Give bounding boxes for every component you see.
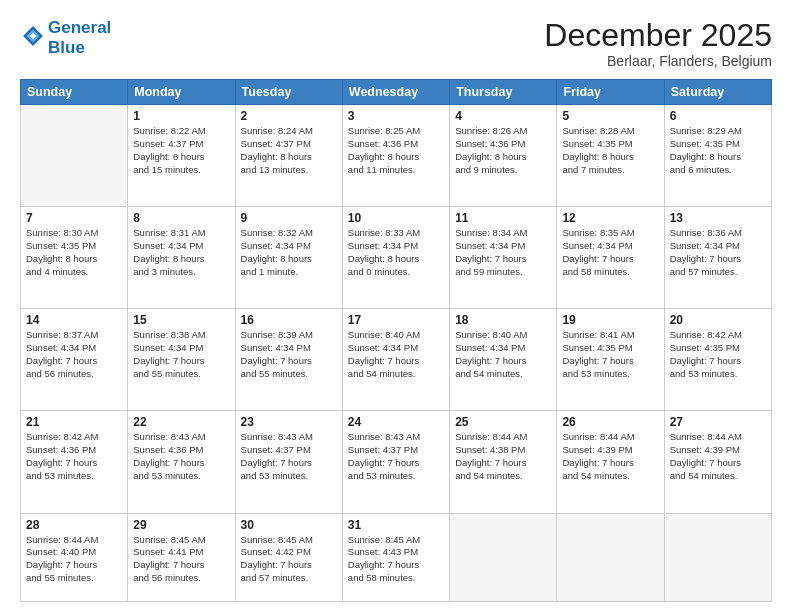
day-info: Sunrise: 8:33 AMSunset: 4:34 PMDaylight:… xyxy=(348,227,444,278)
calendar-day-cell: 13Sunrise: 8:36 AMSunset: 4:34 PMDayligh… xyxy=(664,207,771,309)
day-number: 10 xyxy=(348,211,444,225)
day-number: 28 xyxy=(26,518,122,532)
day-info: Sunrise: 8:40 AMSunset: 4:34 PMDaylight:… xyxy=(348,329,444,380)
calendar-day-header: Monday xyxy=(128,80,235,105)
month-title: December 2025 xyxy=(544,18,772,53)
day-info: Sunrise: 8:45 AMSunset: 4:41 PMDaylight:… xyxy=(133,534,229,585)
calendar-day-cell: 24Sunrise: 8:43 AMSunset: 4:37 PMDayligh… xyxy=(342,411,449,513)
calendar-day-cell xyxy=(450,513,557,602)
day-info: Sunrise: 8:45 AMSunset: 4:42 PMDaylight:… xyxy=(241,534,337,585)
day-info: Sunrise: 8:39 AMSunset: 4:34 PMDaylight:… xyxy=(241,329,337,380)
day-number: 23 xyxy=(241,415,337,429)
calendar-day-cell: 2Sunrise: 8:24 AMSunset: 4:37 PMDaylight… xyxy=(235,105,342,207)
day-info: Sunrise: 8:24 AMSunset: 4:37 PMDaylight:… xyxy=(241,125,337,176)
day-info: Sunrise: 8:32 AMSunset: 4:34 PMDaylight:… xyxy=(241,227,337,278)
calendar-day-header: Wednesday xyxy=(342,80,449,105)
day-info: Sunrise: 8:43 AMSunset: 4:37 PMDaylight:… xyxy=(348,431,444,482)
calendar-day-cell xyxy=(21,105,128,207)
logo-line2: Blue xyxy=(48,38,111,58)
page: General Blue December 2025 Berlaar, Flan… xyxy=(0,0,792,612)
calendar-table: SundayMondayTuesdayWednesdayThursdayFrid… xyxy=(20,79,772,602)
day-info: Sunrise: 8:34 AMSunset: 4:34 PMDaylight:… xyxy=(455,227,551,278)
day-info: Sunrise: 8:44 AMSunset: 4:39 PMDaylight:… xyxy=(670,431,766,482)
calendar-week-row: 28Sunrise: 8:44 AMSunset: 4:40 PMDayligh… xyxy=(21,513,772,602)
calendar-day-header: Saturday xyxy=(664,80,771,105)
logo-line1: General xyxy=(48,18,111,38)
day-number: 16 xyxy=(241,313,337,327)
calendar-day-cell: 4Sunrise: 8:26 AMSunset: 4:36 PMDaylight… xyxy=(450,105,557,207)
day-info: Sunrise: 8:26 AMSunset: 4:36 PMDaylight:… xyxy=(455,125,551,176)
calendar-day-cell: 28Sunrise: 8:44 AMSunset: 4:40 PMDayligh… xyxy=(21,513,128,602)
calendar-day-cell: 31Sunrise: 8:45 AMSunset: 4:43 PMDayligh… xyxy=(342,513,449,602)
day-number: 22 xyxy=(133,415,229,429)
day-number: 20 xyxy=(670,313,766,327)
calendar-day-cell: 17Sunrise: 8:40 AMSunset: 4:34 PMDayligh… xyxy=(342,309,449,411)
day-number: 27 xyxy=(670,415,766,429)
calendar-day-cell: 12Sunrise: 8:35 AMSunset: 4:34 PMDayligh… xyxy=(557,207,664,309)
day-number: 7 xyxy=(26,211,122,225)
calendar-day-cell xyxy=(664,513,771,602)
calendar-day-cell: 3Sunrise: 8:25 AMSunset: 4:36 PMDaylight… xyxy=(342,105,449,207)
day-info: Sunrise: 8:44 AMSunset: 4:38 PMDaylight:… xyxy=(455,431,551,482)
calendar-header-row: SundayMondayTuesdayWednesdayThursdayFrid… xyxy=(21,80,772,105)
day-number: 30 xyxy=(241,518,337,532)
calendar-week-row: 7Sunrise: 8:30 AMSunset: 4:35 PMDaylight… xyxy=(21,207,772,309)
calendar-week-row: 1Sunrise: 8:22 AMSunset: 4:37 PMDaylight… xyxy=(21,105,772,207)
calendar-day-cell: 23Sunrise: 8:43 AMSunset: 4:37 PMDayligh… xyxy=(235,411,342,513)
calendar-day-cell: 9Sunrise: 8:32 AMSunset: 4:34 PMDaylight… xyxy=(235,207,342,309)
day-number: 5 xyxy=(562,109,658,123)
day-number: 2 xyxy=(241,109,337,123)
day-info: Sunrise: 8:37 AMSunset: 4:34 PMDaylight:… xyxy=(26,329,122,380)
calendar-day-cell: 16Sunrise: 8:39 AMSunset: 4:34 PMDayligh… xyxy=(235,309,342,411)
day-number: 29 xyxy=(133,518,229,532)
day-number: 21 xyxy=(26,415,122,429)
calendar-day-cell: 19Sunrise: 8:41 AMSunset: 4:35 PMDayligh… xyxy=(557,309,664,411)
day-info: Sunrise: 8:35 AMSunset: 4:34 PMDaylight:… xyxy=(562,227,658,278)
calendar-day-cell: 18Sunrise: 8:40 AMSunset: 4:34 PMDayligh… xyxy=(450,309,557,411)
calendar-day-cell: 20Sunrise: 8:42 AMSunset: 4:35 PMDayligh… xyxy=(664,309,771,411)
calendar-day-header: Sunday xyxy=(21,80,128,105)
calendar-day-cell: 5Sunrise: 8:28 AMSunset: 4:35 PMDaylight… xyxy=(557,105,664,207)
location: Berlaar, Flanders, Belgium xyxy=(544,53,772,69)
day-number: 15 xyxy=(133,313,229,327)
logo-icon xyxy=(22,25,44,47)
day-number: 17 xyxy=(348,313,444,327)
day-number: 12 xyxy=(562,211,658,225)
day-number: 18 xyxy=(455,313,551,327)
day-number: 1 xyxy=(133,109,229,123)
day-number: 24 xyxy=(348,415,444,429)
day-info: Sunrise: 8:41 AMSunset: 4:35 PMDaylight:… xyxy=(562,329,658,380)
day-info: Sunrise: 8:30 AMSunset: 4:35 PMDaylight:… xyxy=(26,227,122,278)
day-number: 25 xyxy=(455,415,551,429)
calendar-day-cell xyxy=(557,513,664,602)
calendar-day-cell: 1Sunrise: 8:22 AMSunset: 4:37 PMDaylight… xyxy=(128,105,235,207)
calendar-day-cell: 22Sunrise: 8:43 AMSunset: 4:36 PMDayligh… xyxy=(128,411,235,513)
calendar-day-header: Friday xyxy=(557,80,664,105)
day-info: Sunrise: 8:44 AMSunset: 4:40 PMDaylight:… xyxy=(26,534,122,585)
calendar-day-cell: 10Sunrise: 8:33 AMSunset: 4:34 PMDayligh… xyxy=(342,207,449,309)
day-number: 11 xyxy=(455,211,551,225)
day-number: 26 xyxy=(562,415,658,429)
day-number: 9 xyxy=(241,211,337,225)
calendar-day-cell: 29Sunrise: 8:45 AMSunset: 4:41 PMDayligh… xyxy=(128,513,235,602)
calendar-day-cell: 8Sunrise: 8:31 AMSunset: 4:34 PMDaylight… xyxy=(128,207,235,309)
day-number: 13 xyxy=(670,211,766,225)
day-number: 3 xyxy=(348,109,444,123)
day-info: Sunrise: 8:38 AMSunset: 4:34 PMDaylight:… xyxy=(133,329,229,380)
day-number: 6 xyxy=(670,109,766,123)
calendar-day-cell: 26Sunrise: 8:44 AMSunset: 4:39 PMDayligh… xyxy=(557,411,664,513)
calendar-day-cell: 25Sunrise: 8:44 AMSunset: 4:38 PMDayligh… xyxy=(450,411,557,513)
title-block: December 2025 Berlaar, Flanders, Belgium xyxy=(544,18,772,69)
day-number: 14 xyxy=(26,313,122,327)
calendar-day-cell: 7Sunrise: 8:30 AMSunset: 4:35 PMDaylight… xyxy=(21,207,128,309)
day-info: Sunrise: 8:22 AMSunset: 4:37 PMDaylight:… xyxy=(133,125,229,176)
day-number: 19 xyxy=(562,313,658,327)
logo: General Blue xyxy=(20,18,111,57)
calendar-day-cell: 11Sunrise: 8:34 AMSunset: 4:34 PMDayligh… xyxy=(450,207,557,309)
day-info: Sunrise: 8:43 AMSunset: 4:36 PMDaylight:… xyxy=(133,431,229,482)
calendar-day-cell: 27Sunrise: 8:44 AMSunset: 4:39 PMDayligh… xyxy=(664,411,771,513)
day-number: 31 xyxy=(348,518,444,532)
calendar-week-row: 14Sunrise: 8:37 AMSunset: 4:34 PMDayligh… xyxy=(21,309,772,411)
day-info: Sunrise: 8:42 AMSunset: 4:35 PMDaylight:… xyxy=(670,329,766,380)
calendar-day-header: Tuesday xyxy=(235,80,342,105)
